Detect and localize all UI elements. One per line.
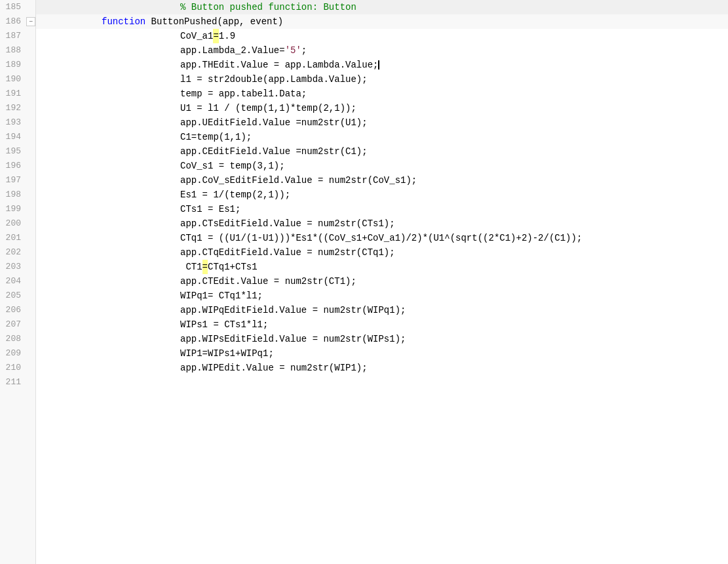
- code-line-196: CoV_s1 = temp(3,1);: [36, 159, 728, 173]
- line-number-row: 203: [0, 260, 35, 274]
- line-num-211: 211: [0, 375, 26, 390]
- line-number-row: 188: [0, 43, 35, 58]
- line-number-row: 207: [0, 317, 35, 332]
- code-line-191: temp = app.tabel1.Data;: [36, 87, 728, 101]
- line-numbers: 185 186 − 187 188 189 190 191 192 193 19…: [0, 0, 36, 564]
- line-num-209: 209: [0, 346, 26, 361]
- line-number-row: 211: [0, 375, 35, 390]
- line-num-206: 206: [0, 303, 26, 317]
- line-num-201: 201: [0, 231, 26, 245]
- code-line-186: function ButtonPushed(app, event): [36, 14, 728, 29]
- line-number-row: 185: [0, 0, 35, 14]
- line-num-200: 200: [0, 216, 26, 231]
- code-line-198: Es1 = 1/(temp(2,1));: [36, 188, 728, 202]
- line-number-row: 208: [0, 332, 35, 346]
- line-num-190: 190: [0, 72, 26, 87]
- code-line-189: app.THEdit.Value = app.Lambda.Value;: [36, 58, 728, 72]
- line-number-row: 210: [0, 361, 35, 375]
- code-line-187: CoV_a1 = 1.9: [36, 29, 728, 43]
- line-num-191: 191: [0, 87, 26, 101]
- line-number-row: 190: [0, 72, 35, 87]
- highlight-eq-187: =: [213, 29, 218, 43]
- line-number-row: 192: [0, 101, 35, 115]
- line-number-row: 195: [0, 144, 35, 159]
- code-line-206: app.WIPqEditField.Value = num2str(WIPq1)…: [36, 303, 728, 317]
- line-num-187: 187: [0, 29, 26, 43]
- code-line-208: app.WIPsEditField.Value = num2str(WIPs1)…: [36, 332, 728, 346]
- line-number-row: 209: [0, 346, 35, 361]
- code-line-203: CT1= CTq1+CTs1: [36, 260, 728, 274]
- code-line-207: WIPs1 = CTs1*l1;: [36, 317, 728, 332]
- editor-window: 185 186 − 187 188 189 190 191 192 193 19…: [0, 0, 728, 564]
- line-num-198: 198: [0, 188, 26, 202]
- code-line-194: C1=temp(1,1);: [36, 130, 728, 144]
- line-number-row: 200: [0, 216, 35, 231]
- line-num-185: 185: [0, 0, 26, 14]
- line-num-195: 195: [0, 144, 26, 159]
- line-number-row: 202: [0, 245, 35, 260]
- line-num-193: 193: [0, 115, 26, 130]
- line-num-189: 189: [0, 58, 26, 72]
- line-num-192: 192: [0, 101, 26, 115]
- keyword-function: function: [102, 14, 145, 29]
- code-line-200: app.CTsEditField.Value = num2str(CTs1);: [36, 216, 728, 231]
- line-num-199: 199: [0, 202, 26, 216]
- code-line-205: WIPq1= CTq1*l1;: [36, 289, 728, 303]
- line-number-row: 204: [0, 274, 35, 289]
- line-num-196: 196: [0, 159, 26, 173]
- collapse-icon-186[interactable]: −: [26, 17, 35, 26]
- code-line-197: app.CoV_sEditField.Value = num2str(CoV_s…: [36, 173, 728, 188]
- line-num-204: 204: [0, 274, 26, 289]
- line-num-208: 208: [0, 332, 26, 346]
- line-num-188: 188: [0, 43, 26, 58]
- code-line-199: CTs1 = Es1;: [36, 202, 728, 216]
- line-num-205: 205: [0, 289, 26, 303]
- line-number-row: 199: [0, 202, 35, 216]
- line-num-194: 194: [0, 130, 26, 144]
- line-number-row: 197: [0, 173, 35, 188]
- line-number-row: 191: [0, 87, 35, 101]
- line-number-row: 201: [0, 231, 35, 245]
- code-content[interactable]: % Button pushed function: Button functio…: [36, 0, 728, 564]
- code-line-188: app.Lambda_2.Value='5';: [36, 43, 728, 58]
- code-line-192: U1 = l1 / (temp(1,1)*temp(2,1));: [36, 101, 728, 115]
- cursor: [378, 60, 379, 70]
- line-number-row: 189: [0, 58, 35, 72]
- code-line-201: CTq1 = ((U1/(1-U1)))*Es1*((CoV_s1+CoV_a1…: [36, 231, 728, 245]
- code-line-210: app.WIPEdit.Value = num2str(WIP1);: [36, 361, 728, 375]
- line-number-row: 193: [0, 115, 35, 130]
- line-number-row: 187: [0, 29, 35, 43]
- line-num-203: 203: [0, 260, 26, 274]
- line-number-row: 196: [0, 159, 35, 173]
- code-line-202: app.CTqEditField.Value = num2str(CTq1);: [36, 245, 728, 260]
- code-line-190: l1 = str2double(app.Lambda.Value);: [36, 72, 728, 87]
- code-line-185: % Button pushed function: Button: [36, 0, 728, 14]
- highlight-eq-203: =: [202, 260, 208, 274]
- line-num-207: 207: [0, 317, 26, 332]
- code-line-211: [36, 375, 728, 390]
- code-line-193: app.UEditField.Value =num2str(U1);: [36, 115, 728, 130]
- code-line-209: WIP1=WIPs1+WIPq1;: [36, 346, 728, 361]
- line-number-row: 194: [0, 130, 35, 144]
- code-line-195: app.CEditField.Value =num2str(C1);: [36, 144, 728, 159]
- line-number-row: 186 −: [0, 14, 35, 29]
- comment-185: % Button pushed function: Button: [180, 0, 356, 14]
- line-number-row: 198: [0, 188, 35, 202]
- code-186-rest: ButtonPushed(app, event): [145, 14, 283, 29]
- line-number-row: 205: [0, 289, 35, 303]
- line-num-197: 197: [0, 173, 26, 188]
- code-area: 185 186 − 187 188 189 190 191 192 193 19…: [0, 0, 728, 564]
- line-num-186: 186: [0, 14, 26, 29]
- code-line-204: app.CTEdit.Value = num2str(CT1);: [36, 274, 728, 289]
- line-num-202: 202: [0, 245, 26, 260]
- line-number-row: 206: [0, 303, 35, 317]
- line-num-210: 210: [0, 361, 26, 375]
